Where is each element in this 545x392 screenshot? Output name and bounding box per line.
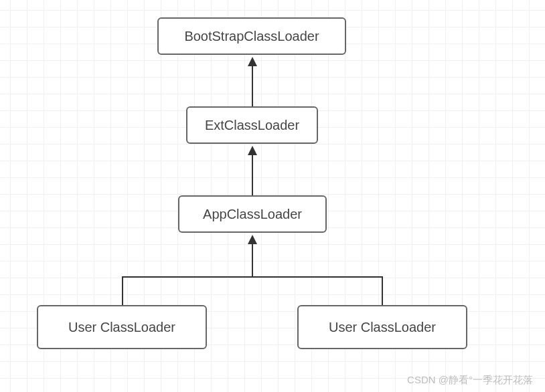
node-user-left: User ClassLoader xyxy=(37,305,207,349)
arrow-users-to-app-head xyxy=(248,235,257,244)
arrow-users-to-app-stem xyxy=(252,244,253,278)
node-bootstrap-label: BootStrapClassLoader xyxy=(184,29,319,44)
arrow-users-to-app-crossbar xyxy=(122,276,383,278)
watermark: CSDN @静看°一季花开花落 xyxy=(407,374,533,387)
node-ext: ExtClassLoader xyxy=(186,106,318,144)
arrow-users-to-app-right-drop xyxy=(382,276,383,305)
arrow-users-to-app-left-drop xyxy=(122,276,123,305)
arrow-ext-to-bootstrap-line xyxy=(252,66,253,106)
node-app-label: AppClassLoader xyxy=(203,207,302,222)
node-user-right-label: User ClassLoader xyxy=(329,320,436,335)
arrow-app-to-ext-line xyxy=(252,155,253,195)
node-bootstrap: BootStrapClassLoader xyxy=(157,17,346,55)
node-ext-label: ExtClassLoader xyxy=(205,118,299,133)
node-app: AppClassLoader xyxy=(178,195,327,233)
node-user-right: User ClassLoader xyxy=(297,305,467,349)
arrow-app-to-ext-head xyxy=(248,146,257,155)
arrow-ext-to-bootstrap-head xyxy=(248,57,257,66)
node-user-left-label: User ClassLoader xyxy=(68,320,175,335)
